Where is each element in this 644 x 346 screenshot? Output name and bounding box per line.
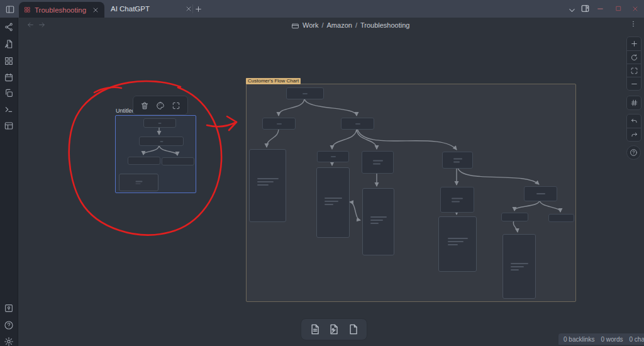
vault-switcher-icon[interactable] xyxy=(4,303,14,313)
window-close-icon[interactable] xyxy=(631,5,639,13)
tab-ai-chatgpt[interactable]: AI ChatGPT xyxy=(107,0,192,18)
canvas-card[interactable] xyxy=(362,188,394,255)
canvas-node[interactable] xyxy=(143,118,176,128)
canvas-node[interactable] xyxy=(341,118,374,130)
canvas-node[interactable] xyxy=(440,187,474,213)
more-options-icon[interactable] xyxy=(630,20,637,29)
card-placeholder-lines xyxy=(135,181,142,184)
snap-controls xyxy=(626,96,641,110)
canvas-card[interactable] xyxy=(316,167,350,238)
left-ribbon xyxy=(0,18,18,346)
window-minimize-icon[interactable] xyxy=(596,4,604,13)
zoom-out-icon[interactable] xyxy=(627,77,641,90)
tab-label: Troubleshooting xyxy=(35,6,92,14)
nav-forward-icon[interactable] xyxy=(38,21,46,29)
status-words: 0 words xyxy=(601,336,623,343)
calendar-icon[interactable] xyxy=(4,72,14,82)
canvas-node[interactable] xyxy=(501,213,528,221)
zoom-to-fit-icon[interactable] xyxy=(172,101,180,110)
reset-zoom-icon[interactable] xyxy=(627,50,641,64)
canvas-card[interactable] xyxy=(119,174,158,191)
card-placeholder-lines xyxy=(536,193,545,194)
trash-icon[interactable] xyxy=(140,101,149,110)
card-placeholder-lines xyxy=(325,198,342,205)
snap-to-grid-icon[interactable] xyxy=(627,96,641,109)
breadcrumb-separator: / xyxy=(321,21,323,29)
card-placeholder-lines xyxy=(370,216,387,224)
node-placeholder-text xyxy=(303,93,308,94)
card-placeholder-lines xyxy=(452,198,463,202)
breadcrumb-work[interactable]: Work xyxy=(303,21,318,29)
canvas-card[interactable] xyxy=(249,149,286,222)
card-placeholder-lines xyxy=(453,158,462,162)
right-sidebar-toggle-icon[interactable] xyxy=(580,4,590,13)
obsidian-canvas-app: Customer's Flow Chart Untitled group xyxy=(0,0,644,346)
node-placeholder-text xyxy=(160,141,163,142)
breadcrumb-separator: / xyxy=(355,21,357,29)
tab-divider xyxy=(192,4,193,13)
zoom-to-fit-icon[interactable] xyxy=(627,64,641,77)
zoom-in-icon[interactable] xyxy=(627,37,641,50)
nav-back-icon[interactable] xyxy=(26,21,35,29)
canvas-node[interactable] xyxy=(548,214,574,222)
breadcrumb: Work / Amazon / Troubleshooting xyxy=(291,21,409,30)
group-label-customers-flow-chart[interactable]: Customer's Flow Chart xyxy=(246,78,301,84)
breadcrumb-troubleshooting[interactable]: Troubleshooting xyxy=(360,21,409,29)
card-placeholder-lines xyxy=(257,178,279,186)
tab-label: AI ChatGPT xyxy=(111,5,185,13)
node-placeholder-text xyxy=(277,123,282,125)
status-bar: 0 backlinks 0 words 0 characters xyxy=(558,333,644,345)
terminal-icon[interactable] xyxy=(4,104,14,114)
add-media-icon[interactable] xyxy=(328,323,340,335)
canvas-node[interactable] xyxy=(317,151,349,162)
history-controls xyxy=(626,114,641,142)
tab-close-icon[interactable] xyxy=(92,6,99,14)
help-icon[interactable] xyxy=(4,320,14,330)
table-layout-icon[interactable] xyxy=(4,121,14,131)
canvas-node[interactable] xyxy=(362,151,394,174)
add-note-card-icon[interactable] xyxy=(309,323,321,335)
chevron-down-icon[interactable] xyxy=(567,6,577,13)
tab-bar: Troubleshooting AI ChatGPT xyxy=(0,0,644,18)
graph-view-icon[interactable] xyxy=(4,22,14,32)
file-import-icon[interactable] xyxy=(4,39,14,49)
redo-icon[interactable] xyxy=(627,128,641,141)
canvas-file-icon xyxy=(291,22,299,29)
tab-troubleshooting[interactable]: Troubleshooting xyxy=(19,2,104,18)
palette-icon[interactable] xyxy=(156,101,165,110)
new-tab-icon[interactable] xyxy=(194,5,203,13)
node-placeholder-text xyxy=(158,123,162,124)
canvas-card[interactable] xyxy=(502,234,536,299)
status-backlinks[interactable]: 0 backlinks xyxy=(564,336,594,343)
node-placeholder-text xyxy=(355,123,360,125)
window-maximize-icon[interactable] xyxy=(615,5,622,12)
canvas-grid-icon xyxy=(24,6,31,13)
copy-icon[interactable] xyxy=(4,88,14,98)
canvas-node[interactable] xyxy=(286,87,324,99)
node-placeholder-text xyxy=(331,156,336,157)
add-file-icon[interactable] xyxy=(347,323,359,335)
canvas-card-toolbar xyxy=(301,318,367,340)
red-arrow-shaft xyxy=(207,122,236,126)
status-characters: 0 characters xyxy=(629,336,644,343)
canvas-node[interactable] xyxy=(162,157,194,165)
canvas-card[interactable] xyxy=(438,216,477,272)
canvas-grid-icon[interactable] xyxy=(4,56,14,66)
zoom-controls xyxy=(626,36,641,91)
card-placeholder-lines xyxy=(511,263,528,271)
canvas-node[interactable] xyxy=(128,157,160,165)
card-placeholder-lines xyxy=(373,160,383,165)
canvas-node[interactable] xyxy=(262,118,296,130)
breadcrumb-amazon[interactable]: Amazon xyxy=(327,21,352,29)
canvas-help-icon[interactable] xyxy=(626,145,641,160)
settings-gear-icon[interactable] xyxy=(4,337,14,346)
undo-icon[interactable] xyxy=(627,114,641,128)
node-toolbar xyxy=(133,96,188,115)
canvas-node[interactable] xyxy=(139,137,184,146)
canvas-node[interactable] xyxy=(442,152,473,169)
left-sidebar-toggle-icon[interactable] xyxy=(5,4,15,14)
red-circle-overshoot xyxy=(94,87,121,92)
tab-close-icon[interactable] xyxy=(185,5,192,13)
red-arrow-head xyxy=(227,116,236,130)
canvas-node[interactable] xyxy=(524,186,557,201)
